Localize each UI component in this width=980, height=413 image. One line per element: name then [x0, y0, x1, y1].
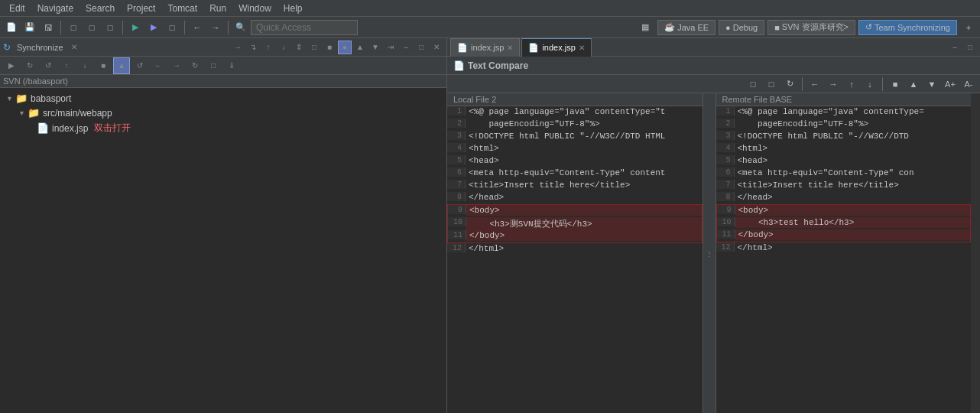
tab-file-icon-1: 📄: [457, 43, 468, 53]
panel-expand-btn[interactable]: □: [307, 41, 321, 54]
tab-indexjsp-1[interactable]: 📄 index.jsp ✕: [450, 38, 520, 57]
remote-line-10: 10 <h3>test hello</h3>: [717, 217, 971, 229]
sync-btn5[interactable]: ↓: [76, 57, 93, 74]
perspective-team-sync[interactable]: ↺ Team Synchronizing: [858, 20, 957, 35]
menu-navigate[interactable]: Navigate: [31, 2, 80, 15]
menu-edit[interactable]: Edit: [3, 2, 31, 15]
sync-btn1[interactable]: ▶: [3, 57, 20, 74]
sync-btn7[interactable]: ▲: [113, 57, 130, 74]
panel-action1[interactable]: ■: [323, 41, 336, 54]
remote-linenum-4: 4: [716, 143, 735, 152]
menu-tomcat[interactable]: Tomcat: [161, 2, 203, 15]
compare-btn10[interactable]: ▼: [923, 76, 940, 93]
sync-btn10[interactable]: →: [168, 57, 185, 74]
panel-close[interactable]: ✕: [430, 41, 443, 54]
local-linenum-1: 1: [447, 106, 466, 115]
perspective-svn[interactable]: ■ SVN 资源库研究>: [767, 20, 855, 35]
toolbar-debug[interactable]: ▶: [145, 19, 162, 36]
panel-up-btn[interactable]: ↑: [261, 41, 275, 54]
diff-scrollbar[interactable]: [971, 93, 980, 413]
panel-action3[interactable]: ▲: [353, 41, 367, 54]
open-perspective-btn[interactable]: +: [960, 19, 977, 36]
compare-btn8[interactable]: ■: [887, 76, 904, 93]
toolbar-back[interactable]: ←: [189, 19, 206, 36]
compare-btn3[interactable]: ↻: [781, 76, 798, 93]
tree-item-babasport[interactable]: ▼ 📁 babasport: [0, 91, 446, 106]
compare-btn4[interactable]: ←: [806, 76, 823, 93]
toolbar-btn2[interactable]: □: [83, 19, 100, 36]
sync-icon: ↻: [3, 42, 11, 53]
sync-btn11[interactable]: ↻: [187, 57, 203, 74]
menu-run[interactable]: Run: [203, 2, 232, 15]
compare-btn1[interactable]: □: [745, 76, 761, 93]
panel-maximize[interactable]: □: [414, 41, 428, 54]
toolbar-btn3[interactable]: □: [102, 19, 118, 36]
toolbar-save[interactable]: 💾: [21, 19, 38, 36]
toolbar-search[interactable]: 🔍: [232, 19, 249, 36]
toolbar-run[interactable]: ▶: [127, 19, 144, 36]
panel-action5[interactable]: ⇥: [384, 41, 398, 54]
remote-file-pane[interactable]: Remote File BASE 1<%@ page language="jav…: [716, 93, 972, 413]
menu-search[interactable]: Search: [80, 2, 121, 15]
panel-menu-btn[interactable]: ↴: [246, 41, 260, 54]
sync-btn13[interactable]: ⇓: [223, 57, 240, 74]
toolbar-forward[interactable]: →: [207, 19, 224, 36]
panel-down-btn[interactable]: ↓: [277, 41, 290, 54]
sync-toolbar: ▶ ↻ ↺ ↑ ↓ ■ ▲ ↺ ← → ↻ □ ⇓: [0, 57, 446, 75]
panel-minimize[interactable]: –: [399, 41, 413, 54]
sync-btn12[interactable]: □: [205, 57, 222, 74]
compare-btn7[interactable]: ↓: [862, 76, 878, 93]
local-line-11: 11</body>: [448, 230, 702, 242]
panel-action2[interactable]: ●: [338, 41, 352, 54]
main-layout: ↻ Synchronize ✕ → ↴ ↑ ↓ ⇕ □ ■ ● ▲ ▼ ⇥ – …: [0, 38, 980, 413]
tab-close-2[interactable]: ✕: [579, 44, 585, 52]
local-content-3: <!DOCTYPE html PUBLIC "-//W3C//DTD HTML: [466, 131, 703, 141]
sync-btn9[interactable]: ←: [150, 57, 167, 74]
sync-btn4[interactable]: ↑: [58, 57, 75, 74]
tree-item-webapp[interactable]: ▼ 📁 src/main/webapp: [0, 106, 446, 120]
perspective-debug[interactable]: ● Debug: [719, 20, 764, 35]
compare-btn6[interactable]: ↑: [843, 76, 860, 93]
panel-sync-btn[interactable]: →: [231, 41, 245, 54]
toolbar-new[interactable]: 📄: [3, 19, 20, 36]
tree-item-indexjsp[interactable]: 📄 index.jsp 双击打开: [0, 120, 446, 136]
menu-window[interactable]: Window: [232, 2, 277, 15]
local-file-pane[interactable]: Local File 2 1<%@ page language="java" c…: [447, 93, 703, 413]
compare-btn12[interactable]: A-: [960, 76, 977, 93]
menu-project[interactable]: Project: [121, 2, 161, 15]
svn-root-label: SVN (/babasport): [0, 75, 446, 88]
editor-minimize[interactable]: –: [948, 41, 962, 54]
toolbar-btn1[interactable]: □: [65, 19, 82, 36]
compare-btn2[interactable]: □: [763, 76, 780, 93]
local-linenum-12: 12: [447, 243, 466, 252]
remote-linenum-7: 7: [716, 180, 735, 189]
local-linenum-6: 6: [447, 167, 466, 177]
tree-label-babasport: babasport: [31, 93, 71, 104]
quick-access-input[interactable]: [251, 20, 358, 35]
toolbar-persp-icon1[interactable]: ▦: [636, 19, 654, 36]
sync-btn6[interactable]: ■: [95, 57, 112, 74]
editor-maximize[interactable]: □: [963, 41, 977, 54]
tab-close-1[interactable]: ✕: [507, 44, 513, 52]
toolbar-btn4[interactable]: □: [164, 19, 180, 36]
compare-toolbar: 📄 Text Compare: [447, 57, 980, 75]
sync-btn2[interactable]: ↻: [21, 57, 38, 74]
tab-indexjsp-2[interactable]: 📄 index.jsp ✕: [521, 38, 591, 57]
panel-action4[interactable]: ▼: [368, 41, 382, 54]
sync-btn8[interactable]: ↺: [131, 57, 148, 74]
compare-btn5[interactable]: →: [825, 76, 842, 93]
toolbar-save-all[interactable]: 🖫: [40, 19, 57, 36]
sync-btn3[interactable]: ↺: [40, 57, 57, 74]
compare-btn11[interactable]: A+: [942, 76, 959, 93]
local-content-1: <%@ page language="java" contentType="t: [466, 106, 703, 117]
compare-doc-icon: 📄: [453, 60, 465, 71]
perspectives-bar: ▦ ☕ Java EE ● Debug ■ SVN 资源库研究> ↺ Team …: [636, 19, 977, 36]
menu-help[interactable]: Help: [277, 2, 309, 15]
tab-file-icon-2: 📄: [528, 43, 539, 53]
compare-btn9[interactable]: ▲: [905, 76, 922, 93]
panel-collapse-btn[interactable]: ⇕: [292, 41, 306, 54]
perspective-javaee[interactable]: ☕ Java EE: [657, 20, 716, 35]
diff-splitter[interactable]: ⋮: [703, 93, 716, 413]
file-tree[interactable]: ▼ 📁 babasport ▼ 📁 src/main/webapp 📄 inde…: [0, 88, 446, 413]
remote-linenum-12: 12: [716, 242, 735, 252]
